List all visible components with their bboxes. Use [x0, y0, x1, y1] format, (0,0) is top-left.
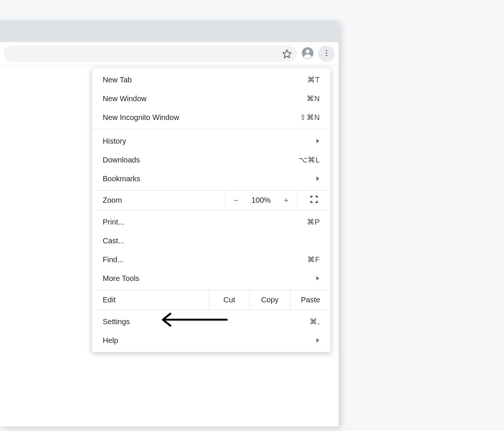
zoom-controls: − 100% +: [225, 191, 297, 210]
chevron-right-icon: [316, 176, 320, 181]
svg-point-5: [326, 55, 327, 56]
edit-copy-button[interactable]: Copy: [249, 290, 290, 310]
profile-button[interactable]: [299, 46, 316, 62]
zoom-value: 100%: [246, 191, 276, 210]
menu-item-label: Find...: [103, 255, 124, 264]
menu-item-new-tab[interactable]: New Tab ⌘T: [92, 70, 331, 89]
svg-marker-8: [316, 276, 319, 281]
menu-item-print[interactable]: Print... ⌘P: [92, 212, 331, 231]
tab-strip: [0, 20, 339, 42]
menu-item-shortcut: ⌘N: [307, 94, 320, 103]
omnibox[interactable]: [4, 46, 297, 62]
menu-item-zoom: Zoom − 100% +: [92, 191, 331, 210]
menu-item-label: History: [103, 137, 126, 146]
svg-point-3: [326, 50, 327, 51]
menu-section-windows: New Tab ⌘T New Window ⌘N New Incognito W…: [92, 68, 331, 129]
menu-item-label: More Tools: [103, 274, 139, 283]
fullscreen-icon: [310, 195, 318, 205]
menu-item-label: Bookmarks: [103, 175, 140, 183]
svg-point-4: [326, 52, 327, 54]
menu-item-shortcut: ⌘,: [310, 317, 320, 326]
menu-item-label: New Tab: [103, 76, 132, 84]
chevron-right-icon: [316, 139, 320, 143]
menu-section-history: History Downloads ⌥⌘L Bookmarks: [92, 129, 331, 191]
menu-item-shortcut: ⌘P: [307, 217, 320, 226]
menu-item-downloads[interactable]: Downloads ⌥⌘L: [92, 150, 331, 169]
chevron-right-icon: [316, 276, 320, 281]
menu-item-label: Settings: [103, 317, 130, 326]
menu-item-shortcut: ⌥⌘L: [299, 155, 320, 164]
zoom-out-button[interactable]: −: [225, 191, 246, 210]
edit-paste-button[interactable]: Paste: [290, 290, 331, 310]
menu-item-bookmarks[interactable]: Bookmarks: [92, 169, 331, 188]
svg-point-2: [306, 49, 310, 53]
menu-item-shortcut: ⌘F: [307, 255, 320, 264]
menu-item-settings[interactable]: Settings ⌘,: [92, 312, 331, 331]
menu-item-help[interactable]: Help: [92, 331, 331, 350]
menu-item-label: New Incognito Window: [103, 113, 179, 122]
menu-item-label: Help: [103, 336, 118, 345]
menu-item-edit: Edit Cut Copy Paste: [92, 290, 331, 310]
menu-item-history[interactable]: History: [92, 132, 331, 150]
menu-section-tools: Print... ⌘P Cast... Find... ⌘F More Tool…: [92, 210, 331, 290]
menu-item-new-incognito-window[interactable]: New Incognito Window ⇧⌘N: [92, 108, 331, 127]
edit-label: Edit: [92, 290, 209, 310]
menu-item-new-window[interactable]: New Window ⌘N: [92, 89, 331, 108]
menu-item-find[interactable]: Find... ⌘F: [92, 250, 331, 269]
more-vertical-icon: [322, 49, 331, 59]
svg-marker-0: [283, 50, 291, 58]
zoom-in-button[interactable]: +: [276, 191, 297, 210]
zoom-label: Zoom: [92, 191, 225, 210]
person-circle-icon: [301, 47, 314, 61]
menu-item-shortcut: ⇧⌘N: [300, 113, 320, 122]
svg-marker-7: [316, 176, 319, 181]
chrome-main-menu: New Tab ⌘T New Window ⌘N New Incognito W…: [92, 68, 331, 352]
chevron-right-icon: [316, 338, 320, 343]
menu-item-cast[interactable]: Cast...: [92, 231, 331, 250]
menu-item-label: Cast...: [103, 237, 124, 245]
fullscreen-button[interactable]: [297, 191, 331, 210]
more-menu-button[interactable]: [318, 46, 335, 62]
menu-item-label: New Window: [103, 94, 147, 103]
menu-item-label: Print...: [103, 218, 124, 226]
menu-item-shortcut: ⌘T: [307, 75, 320, 84]
menu-item-more-tools[interactable]: More Tools: [92, 269, 331, 288]
svg-marker-9: [316, 338, 319, 343]
menu-item-label: Downloads: [103, 156, 140, 164]
edit-cut-button[interactable]: Cut: [209, 290, 249, 310]
bookmark-star-icon[interactable]: [282, 49, 292, 59]
menu-section-settings: Settings ⌘, Help: [92, 310, 331, 352]
svg-marker-6: [316, 139, 319, 143]
toolbar: [0, 42, 339, 65]
